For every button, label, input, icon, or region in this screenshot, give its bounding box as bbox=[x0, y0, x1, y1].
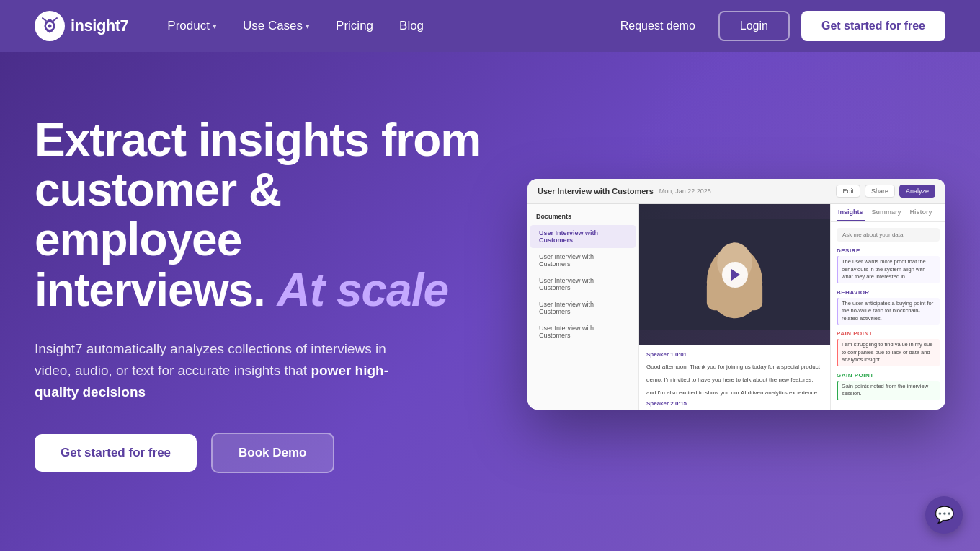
mockup-meta: Mon, Jan 22 2025 bbox=[659, 188, 711, 195]
nav-links: Product ▾ Use Cases ▾ Pricing Blog bbox=[157, 13, 608, 39]
hero-content: Extract insights from customer & employe… bbox=[35, 115, 481, 473]
insight-category-behavior: Behavior The user anticipates a buying p… bbox=[837, 289, 940, 325]
sidebar-item[interactable]: User Interview with Customers bbox=[530, 273, 636, 296]
ask-data-input[interactable]: Ask me about your data bbox=[837, 228, 940, 242]
sidebar-item[interactable]: User Interview with Customers bbox=[530, 249, 636, 272]
tab-insights[interactable]: Insights bbox=[837, 204, 865, 221]
request-demo-button[interactable]: Request demo bbox=[609, 14, 707, 38]
logo-link[interactable]: insight7 bbox=[35, 11, 128, 41]
mockup-sidebar: Documents User Interview with Customers … bbox=[527, 204, 639, 410]
mockup-edit-button[interactable]: Edit bbox=[836, 185, 860, 198]
hero-section: Extract insights from customer & employe… bbox=[0, 52, 980, 551]
nav-pricing[interactable]: Pricing bbox=[326, 13, 383, 39]
logo-icon bbox=[35, 11, 65, 41]
mockup-content: Documents User Interview with Customers … bbox=[527, 204, 945, 410]
insights-tabs: Insights Summary History bbox=[831, 204, 945, 222]
hero-subtitle: Insight7 automatically analyzes collecti… bbox=[35, 338, 424, 404]
video-thumbnail bbox=[639, 204, 830, 345]
sidebar-item[interactable]: User Interview with Customers bbox=[530, 320, 636, 343]
nav-right: Request demo Login Get started for free bbox=[609, 11, 945, 41]
play-button[interactable] bbox=[722, 262, 748, 288]
get-started-nav-button[interactable]: Get started for free bbox=[801, 11, 945, 41]
login-button[interactable]: Login bbox=[718, 11, 790, 41]
play-icon bbox=[731, 269, 740, 281]
mockup-analyze-button[interactable]: Analyze bbox=[899, 185, 935, 198]
chevron-down-icon: ▾ bbox=[213, 22, 217, 31]
tab-summary[interactable]: Summary bbox=[870, 204, 903, 221]
insights-content: Ask me about your data Desire The user w… bbox=[831, 222, 945, 410]
mockup-insights-panel: Insights Summary History Ask me about yo… bbox=[830, 204, 945, 410]
brand-name: insight7 bbox=[71, 17, 128, 35]
hero-mockup: User Interview with Customers Mon, Jan 2… bbox=[481, 179, 945, 410]
hero-title: Extract insights from customer & employe… bbox=[35, 115, 481, 314]
sidebar-item[interactable]: User Interview with Customers bbox=[530, 225, 636, 248]
mockup-share-button[interactable]: Share bbox=[865, 185, 895, 198]
transcript-line: Speaker 2 0:15 Absolutely! Let's dive in… bbox=[646, 400, 823, 410]
mockup-title: User Interview with Customers bbox=[538, 187, 654, 195]
app-mockup: User Interview with Customers Mon, Jan 2… bbox=[527, 179, 945, 410]
svg-point-2 bbox=[48, 25, 52, 28]
nav-use-cases[interactable]: Use Cases ▾ bbox=[233, 13, 320, 39]
tab-history[interactable]: History bbox=[909, 204, 934, 221]
transcript-line: Speaker 1 0:01 Good afternoon! Thank you… bbox=[646, 351, 823, 397]
chat-icon: 💬 bbox=[935, 506, 954, 524]
nav-product[interactable]: Product ▾ bbox=[157, 13, 227, 39]
nav-blog[interactable]: Blog bbox=[389, 13, 434, 39]
chevron-down-icon: ▾ bbox=[306, 22, 310, 31]
get-started-hero-button[interactable]: Get started for free bbox=[35, 434, 197, 472]
mockup-video-panel: Speaker 1 0:01 Good afternoon! Thank you… bbox=[639, 204, 830, 410]
navbar: insight7 Product ▾ Use Cases ▾ Pricing B… bbox=[0, 0, 980, 52]
sidebar-item[interactable]: User Interview with Customers bbox=[530, 296, 636, 319]
mockup-video bbox=[639, 204, 830, 345]
book-demo-button[interactable]: Book Demo bbox=[211, 433, 334, 473]
mockup-titlebar: User Interview with Customers Mon, Jan 2… bbox=[527, 179, 945, 204]
insight-category-desire: Desire The user wants more proof that th… bbox=[837, 247, 940, 283]
insight-category-pain: Pain Point I am struggling to find value… bbox=[837, 330, 940, 366]
chat-widget[interactable]: 💬 bbox=[925, 496, 963, 534]
mockup-transcript: Speaker 1 0:01 Good afternoon! Thank you… bbox=[639, 345, 830, 410]
insight-category-gain: Gain Point Gain points noted from the in… bbox=[837, 372, 940, 400]
hero-buttons: Get started for free Book Demo bbox=[35, 433, 481, 473]
